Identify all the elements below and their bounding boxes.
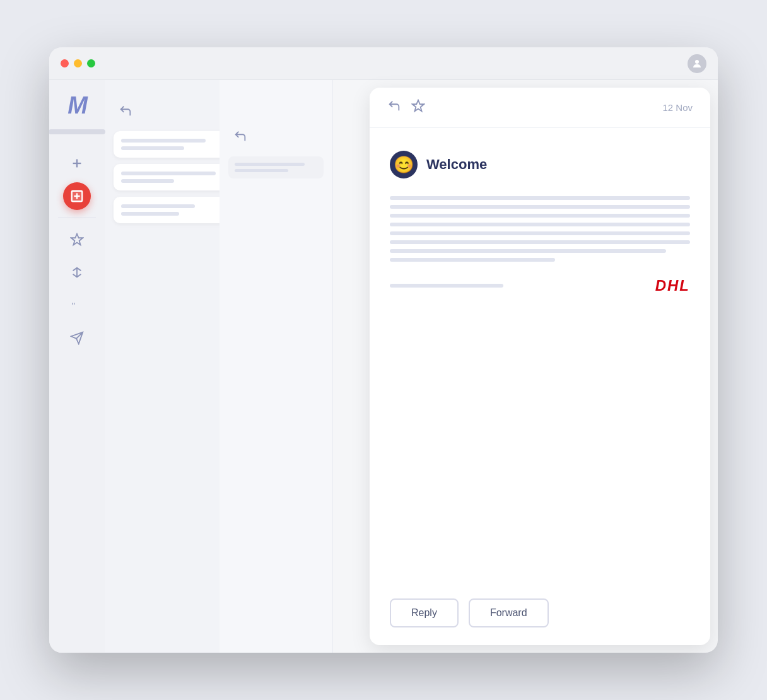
email-list-item-3[interactable]: [114, 197, 234, 223]
dhl-text: DHL: [655, 277, 690, 294]
sidebar-divider-1: [58, 218, 96, 218]
gmail-logo: M: [59, 91, 95, 119]
close-button[interactable]: [61, 59, 69, 67]
header-icons: [387, 99, 425, 116]
text-line-2: [390, 205, 690, 209]
email-list-item-1[interactable]: [114, 131, 234, 158]
sidebar: M: [49, 80, 105, 653]
email-preview-panel: [220, 80, 333, 653]
sidebar-item-plus[interactable]: [63, 149, 91, 177]
minimize-button[interactable]: [74, 59, 82, 67]
svg-marker-6: [71, 234, 83, 245]
svg-point-0: [695, 60, 699, 64]
browser-window: M: [49, 47, 718, 653]
preview-item-1: [228, 156, 324, 178]
email-text-body: [390, 196, 690, 262]
maximize-button[interactable]: [87, 59, 95, 67]
panel1-reply-icon: [119, 104, 234, 121]
star-icon[interactable]: [411, 99, 425, 116]
main-content: M: [49, 80, 718, 653]
sender-row: 😊 Welcome: [390, 151, 690, 178]
search-bar-placeholder: [49, 129, 105, 134]
email-header: 12 Nov: [370, 88, 710, 128]
email-view: 12 Nov 😊 Welcome: [370, 88, 710, 645]
sender-avatar: 😊: [390, 151, 418, 178]
email-footer: DHL: [390, 277, 690, 295]
panel2-reply-icon: [233, 129, 324, 146]
gmail-m-letter: M: [67, 92, 86, 119]
dhl-logo: DHL: [655, 277, 690, 295]
text-line-6: [390, 240, 690, 244]
text-line-5: [390, 231, 690, 235]
sidebar-item-send[interactable]: [63, 324, 91, 352]
window-controls: [61, 59, 95, 67]
user-avatar-top[interactable]: [688, 54, 706, 73]
sidebar-item-quote[interactable]: ": [63, 291, 91, 319]
title-bar: [49, 47, 718, 80]
text-line-1: [390, 196, 690, 200]
text-line-8: [390, 258, 555, 262]
email-date: 12 Nov: [662, 102, 693, 113]
forward-button[interactable]: Forward: [469, 598, 549, 627]
compose-button[interactable]: [63, 182, 91, 210]
sender-emoji: 😊: [394, 155, 414, 175]
email-actions: Reply Forward: [370, 586, 710, 645]
svg-marker-11: [413, 100, 424, 111]
svg-text:": ": [72, 301, 75, 311]
footer-line: [390, 284, 503, 288]
email-list-item-2[interactable]: [114, 164, 234, 190]
text-line-3: [390, 214, 690, 218]
reply-icon[interactable]: [387, 99, 401, 116]
text-line-7: [390, 249, 666, 253]
reply-button[interactable]: Reply: [390, 598, 459, 627]
sidebar-item-forward[interactable]: [63, 259, 91, 286]
email-subject: Welcome: [426, 156, 487, 173]
text-line-4: [390, 223, 690, 226]
sidebar-item-star[interactable]: [63, 226, 91, 254]
email-body: 😊 Welcome DHL: [370, 128, 710, 586]
